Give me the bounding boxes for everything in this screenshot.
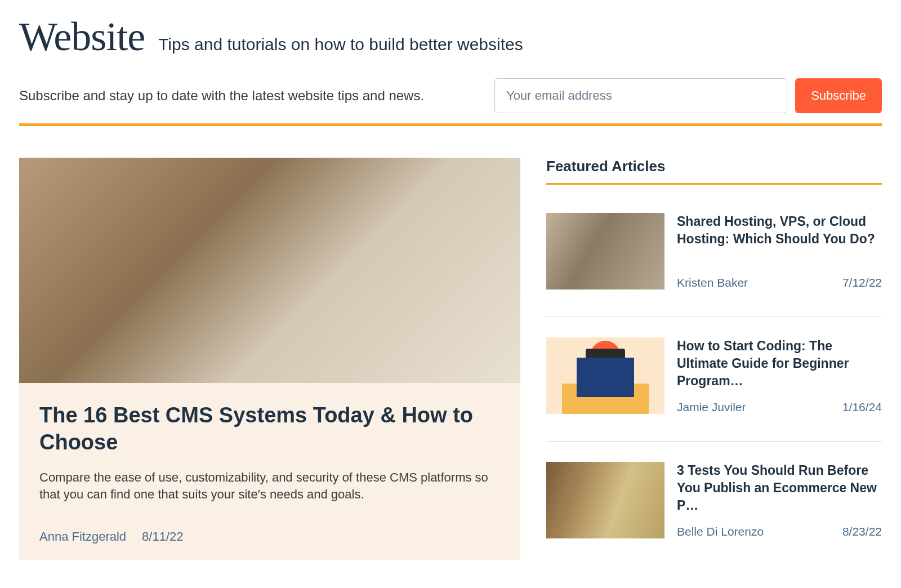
subscribe-button[interactable]: Subscribe [795, 78, 882, 113]
divider [19, 123, 882, 126]
hero-description: Compare the ease of use, customizability… [39, 469, 500, 502]
featured-thumbnail [546, 462, 664, 538]
featured-item[interactable]: How to Start Coding: The Ultimate Guide … [546, 337, 882, 442]
tagline: Tips and tutorials on how to build bette… [158, 35, 523, 54]
featured-body: 3 Tests You Should Run Before You Publis… [677, 462, 882, 538]
hero-meta: Anna Fitzgerald 8/11/22 [39, 529, 500, 544]
featured-item[interactable]: 3 Tests You Should Run Before You Publis… [546, 462, 882, 538]
featured-title: How to Start Coding: The Ultimate Guide … [677, 337, 882, 390]
hero-image [19, 158, 520, 383]
email-field[interactable] [494, 78, 787, 113]
featured-title: Shared Hosting, VPS, or Cloud Hosting: W… [677, 213, 882, 248]
featured-author[interactable]: Jamie Juviler [677, 400, 746, 414]
featured-date: 7/12/22 [842, 276, 882, 289]
hero-date: 8/11/22 [142, 529, 183, 544]
featured-author[interactable]: Kristen Baker [677, 276, 748, 289]
subscribe-text: Subscribe and stay up to date with the l… [19, 88, 424, 104]
featured-author[interactable]: Belle Di Lorenzo [677, 525, 764, 538]
featured-meta: Jamie Juviler 1/16/24 [677, 400, 882, 414]
featured-thumbnail [546, 213, 664, 289]
featured-date: 8/23/22 [842, 525, 882, 538]
featured-sidebar: Featured Articles Shared Hosting, VPS, o… [546, 158, 882, 560]
featured-meta: Belle Di Lorenzo 8/23/22 [677, 525, 882, 538]
featured-body: How to Start Coding: The Ultimate Guide … [677, 337, 882, 414]
hero-article[interactable]: The 16 Best CMS Systems Today & How to C… [19, 158, 520, 560]
hero-body: The 16 Best CMS Systems Today & How to C… [19, 383, 520, 560]
featured-heading: Featured Articles [546, 158, 882, 185]
featured-thumbnail [546, 337, 664, 414]
featured-item[interactable]: Shared Hosting, VPS, or Cloud Hosting: W… [546, 213, 882, 317]
subscribe-form: Subscribe [494, 78, 882, 113]
hero-author[interactable]: Anna Fitzgerald [39, 529, 126, 544]
subscribe-row: Subscribe and stay up to date with the l… [19, 78, 882, 113]
featured-meta: Kristen Baker 7/12/22 [677, 276, 882, 289]
hero-title: The 16 Best CMS Systems Today & How to C… [39, 402, 500, 456]
featured-title: 3 Tests You Should Run Before You Publis… [677, 462, 882, 514]
page-header: Website Tips and tutorials on how to bui… [19, 14, 882, 60]
content: The 16 Best CMS Systems Today & How to C… [19, 158, 882, 560]
featured-date: 1/16/24 [842, 400, 882, 414]
featured-body: Shared Hosting, VPS, or Cloud Hosting: W… [677, 213, 882, 289]
site-title: Website [19, 14, 145, 60]
